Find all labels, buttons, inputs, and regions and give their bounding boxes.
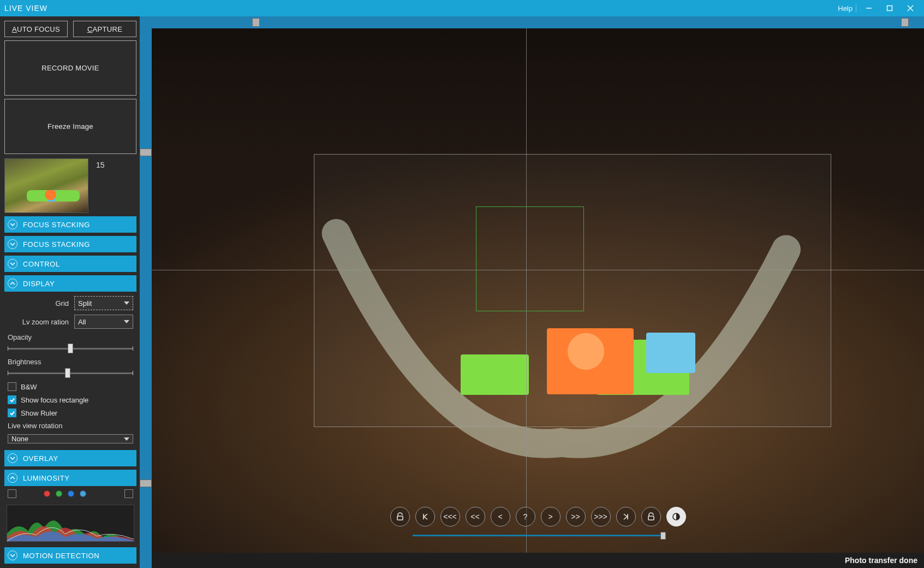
blue-channel-dot[interactable] <box>68 490 74 497</box>
capture-thumbnail[interactable] <box>4 158 88 213</box>
window-title: LIVE VIEW <box>4 4 47 13</box>
focus-forward-small-button[interactable]: > <box>541 507 561 526</box>
show-ruler-label: Show Ruler <box>21 409 57 417</box>
close-button[interactable] <box>901 1 920 16</box>
panel-title: OVERLAY <box>23 454 58 463</box>
ruler-marker[interactable] <box>140 149 152 156</box>
luma-channel-dot[interactable] <box>80 490 86 497</box>
panel-control[interactable]: CONTROL <box>4 256 136 272</box>
focus-control-bar: <<< << < ? > >> >>> <box>390 507 686 526</box>
focus-rectangle[interactable] <box>476 206 584 311</box>
progress-thumb[interactable] <box>660 532 666 540</box>
chevron-up-icon <box>8 279 17 288</box>
chevron-down-icon <box>8 259 17 269</box>
show-focus-checkbox[interactable] <box>8 395 16 404</box>
panel-title: FOCUS STACKING <box>23 221 90 229</box>
panel-display: DISPLAY Grid Split Lv zoom ration All <box>4 275 136 447</box>
panel-title: FOCUS STACKING <box>23 240 90 248</box>
focus-query-button[interactable]: ? <box>516 507 535 526</box>
slider-thumb[interactable] <box>68 344 73 353</box>
slider-thumb[interactable] <box>65 368 70 378</box>
capture-button[interactable]: CAPTURE <box>73 21 136 37</box>
lock-right-button[interactable] <box>641 507 661 526</box>
ruler-marker[interactable] <box>901 18 909 27</box>
contrast-button[interactable] <box>666 507 686 526</box>
chevron-down-icon <box>8 453 17 463</box>
focus-last-button[interactable] <box>616 507 636 526</box>
panel-title: LUMINOSITY <box>23 474 69 482</box>
focus-back-small-button[interactable]: < <box>491 507 510 526</box>
grid-select[interactable]: Split <box>74 296 133 310</box>
horizontal-ruler[interactable] <box>152 16 924 28</box>
show-focus-label: Show focus rectangle <box>21 396 88 404</box>
chevron-up-icon <box>8 473 17 483</box>
red-channel-dot[interactable] <box>44 490 50 497</box>
rotation-label: Live view rotation <box>8 422 133 430</box>
highlight-clip-checkbox[interactable] <box>124 489 133 498</box>
zoom-ratio-label: Lv zoom ration <box>8 318 69 326</box>
show-ruler-checkbox[interactable] <box>8 409 16 417</box>
brightness-slider[interactable] <box>8 368 133 378</box>
grid-value: Split <box>78 299 92 307</box>
sidebar: AUTO FOCUS CAPTURE RECORD MOVIE Freeze I… <box>0 16 140 568</box>
lock-left-button[interactable] <box>390 507 410 526</box>
rotation-value: None <box>11 435 28 443</box>
record-movie-button[interactable]: RECORD MOVIE <box>4 40 136 96</box>
green-channel-dot[interactable] <box>56 490 62 497</box>
svg-rect-0 <box>887 6 892 11</box>
zoom-ratio-value: All <box>78 318 86 326</box>
panel-luminosity-header[interactable]: LUMINOSITY <box>4 470 136 486</box>
panel-title: DISPLAY <box>23 280 55 288</box>
zoom-ratio-select[interactable]: All <box>74 315 133 329</box>
svg-rect-2 <box>648 516 654 520</box>
panel-luminosity-body <box>4 486 136 544</box>
freeze-image-button[interactable]: Freeze Image <box>4 99 136 154</box>
focus-back-medium-button[interactable]: << <box>466 507 485 526</box>
rotation-select[interactable]: None <box>8 434 133 443</box>
maximize-button[interactable] <box>880 1 899 16</box>
panel-title: CONTROL <box>23 260 60 268</box>
thumbnail-row: 15 <box>4 158 136 213</box>
status-bar: Photo transfer done <box>152 553 924 568</box>
ruler-marker[interactable] <box>252 18 260 27</box>
vertical-ruler[interactable] <box>140 16 152 568</box>
bw-label: B&W <box>21 383 37 391</box>
status-text: Photo transfer done <box>845 556 917 565</box>
chevron-down-icon <box>8 551 17 560</box>
focus-first-button[interactable] <box>415 507 435 526</box>
shadow-clip-checkbox[interactable] <box>8 489 16 498</box>
bw-checkbox[interactable] <box>8 382 16 391</box>
viewer-main: <<< << < ? > >> >>> <box>152 16 924 568</box>
panel-display-body: Grid Split Lv zoom ration All Opacity <box>4 292 136 447</box>
dropdown-arrow-icon <box>124 320 129 323</box>
help-link[interactable]: Help <box>838 4 856 13</box>
panel-focus-stacking-2[interactable]: FOCUS STACKING <box>4 236 136 252</box>
dropdown-arrow-icon <box>124 301 129 305</box>
viewer: <<< << < ? > >> >>> <box>140 16 924 568</box>
chevron-down-icon <box>8 239 17 249</box>
panel-focus-stacking-1[interactable]: FOCUS STACKING <box>4 216 136 233</box>
panel-motion-detection[interactable]: MOTION DETECTION <box>4 547 136 564</box>
focus-forward-medium-button[interactable]: >> <box>566 507 586 526</box>
focus-forward-large-button[interactable]: >>> <box>591 507 611 526</box>
live-view-canvas[interactable]: <<< << < ? > >> >>> <box>152 28 924 553</box>
minimize-button[interactable] <box>860 1 878 16</box>
auto-focus-button[interactable]: AUTO FOCUS <box>4 21 68 37</box>
top-button-row: AUTO FOCUS CAPTURE <box>4 21 136 37</box>
ruler-marker[interactable] <box>140 480 152 487</box>
titlebar: LIVE VIEW Help <box>0 0 924 16</box>
opacity-label: Opacity <box>8 333 133 341</box>
capture-count: 15 <box>96 158 105 169</box>
window-controls: Help <box>838 1 920 16</box>
focus-progress[interactable] <box>413 533 664 537</box>
focus-back-large-button[interactable]: <<< <box>440 507 460 526</box>
channel-dots <box>44 490 86 497</box>
chevron-down-icon <box>8 220 17 229</box>
app-body: AUTO FOCUS CAPTURE RECORD MOVIE Freeze I… <box>0 16 924 568</box>
opacity-slider[interactable] <box>8 344 133 353</box>
panel-overlay[interactable]: OVERLAY <box>4 450 136 466</box>
app-window: LIVE VIEW Help AUTO FOCUS CAPTURE RECORD… <box>0 0 924 568</box>
grid-label: Grid <box>8 299 69 307</box>
panel-luminosity: LUMINOSITY <box>4 470 136 544</box>
panel-display-header[interactable]: DISPLAY <box>4 275 136 292</box>
